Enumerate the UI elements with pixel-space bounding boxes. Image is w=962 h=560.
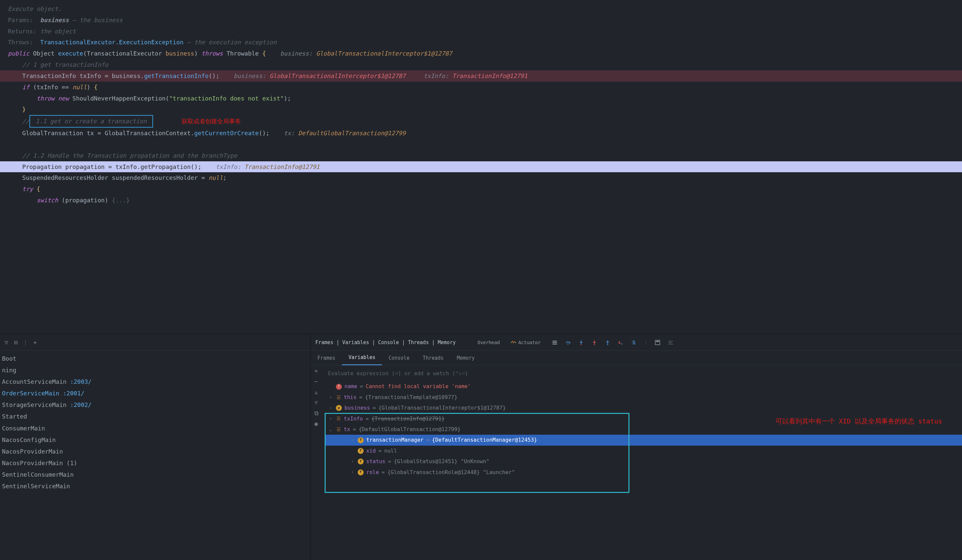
svg-rect-9 <box>621 344 623 344</box>
down-icon[interactable]: ▼ <box>315 399 321 406</box>
svg-rect-15 <box>668 342 671 343</box>
gtx-line: GlobalTransaction tx = GlobalTransaction… <box>0 127 962 139</box>
fold-region[interactable]: {...} <box>112 197 129 203</box>
add-watch-icon[interactable]: + <box>315 367 321 374</box>
up-icon[interactable]: ▲ <box>315 389 321 395</box>
debug-right-panel: Frames | Variables | Console | Threads |… <box>311 334 962 560</box>
svg-rect-5 <box>568 344 568 344</box>
subtab-console[interactable]: Console <box>382 351 416 365</box>
svg-rect-10 <box>633 344 636 344</box>
svg-rect-16 <box>668 344 673 344</box>
try-line: try { <box>0 184 962 195</box>
svg-rect-3 <box>553 342 557 343</box>
variable-row[interactable]: ›f transactionManager = {DefaultTransact… <box>324 435 962 445</box>
code-editor[interactable]: Execute object. Params: business – the b… <box>0 0 962 334</box>
blue-highlight-box: 1.1 get or create a transaction <box>29 115 153 127</box>
svg-rect-12 <box>655 340 660 345</box>
actuator-icon <box>510 339 517 345</box>
force-step-into-icon[interactable] <box>591 339 597 345</box>
run-to-cursor-icon[interactable]: I <box>631 339 637 345</box>
subtab-variables[interactable]: Variables <box>342 351 382 365</box>
svg-rect-4 <box>553 344 557 344</box>
evaluate-icon[interactable] <box>655 339 660 345</box>
service-item[interactable]: NacosProviderMain (1) <box>0 457 310 469</box>
breakpoint-line[interactable]: TransactionInfo txInfo = business.getTra… <box>0 70 962 82</box>
subtab-memory[interactable]: Memory <box>450 351 481 365</box>
eye-icon[interactable]: ◉ <box>315 420 321 427</box>
service-item[interactable]: StorageServiceMain :2002/ <box>0 399 310 411</box>
doc-summary: Execute object. <box>0 3 962 15</box>
svg-rect-6 <box>581 344 582 345</box>
divider: | <box>24 339 27 346</box>
divider: | <box>644 340 647 345</box>
svg-rect-13 <box>656 341 659 342</box>
throw-line: throw new ShouldNeverHappenException("tr… <box>0 93 962 104</box>
doc-throws: Throws: TransactionalExecutor.ExecutionE… <box>0 37 962 48</box>
doc-returns: Returns: the object <box>0 26 962 37</box>
variables-body: + − ▲ ▼ ⧉ ◉ Evaluate expression (⏎) or a… <box>311 365 962 560</box>
switch-line: switch (propagation) {...} <box>0 195 962 206</box>
subtab-threads[interactable]: Threads <box>416 351 450 365</box>
comment-line: // 1 get transactionInfo <box>0 59 962 70</box>
subtab-frames[interactable]: Frames <box>311 351 342 365</box>
comment-box-line: // 1.1 get or create a transaction 获取或者创… <box>0 115 962 127</box>
remove-watch-icon[interactable]: − <box>315 378 321 384</box>
variable-row[interactable]: ! name = Cannot find local variable 'nam… <box>324 381 962 392</box>
service-item[interactable]: OrderServiceMain :2001/ <box>0 387 310 399</box>
srh-line: SuspendedResourcesHolder suspendedResour… <box>0 172 962 184</box>
svg-point-0 <box>511 342 512 343</box>
execution-line[interactable]: Propagation propagation = txInfo.getProp… <box>0 161 962 173</box>
step-over-icon[interactable] <box>565 339 571 345</box>
debug-panel: ▽ ⊡ | + BootningAccountServiceMain :2003… <box>0 334 962 560</box>
service-item[interactable]: SentinelConsumerMain <box>0 469 310 480</box>
tab-combo[interactable]: Frames | Variables | Console | Threads |… <box>313 339 458 345</box>
filter-icon[interactable]: ▽ <box>5 339 8 346</box>
variable-row[interactable]: f xid = null <box>324 445 962 456</box>
toolbar-icons: I | <box>552 339 673 345</box>
variables-gutter: + − ▲ ▼ ⧉ ◉ <box>311 365 324 560</box>
method-signature: public Object execute(TransactionalExecu… <box>0 48 962 59</box>
add-icon[interactable]: + <box>33 339 37 346</box>
copy-icon[interactable]: ⧉ <box>315 410 321 416</box>
expand-icon[interactable]: ⊡ <box>14 339 18 346</box>
close-brace: } <box>0 104 962 115</box>
variables-content[interactable]: Evaluate expression (⏎) or add a watch (… <box>324 365 962 560</box>
trace-icon[interactable] <box>668 339 674 345</box>
svg-point-1 <box>515 342 516 343</box>
tab-overhead[interactable]: Overhead <box>473 340 504 345</box>
services-panel: ▽ ⊡ | + BootningAccountServiceMain :2003… <box>0 334 311 560</box>
blank-line <box>0 139 962 150</box>
variable-row[interactable]: ›p business = {GlobalTransactionalInterc… <box>324 403 962 413</box>
layout-icon[interactable] <box>552 339 558 345</box>
doc-params: Params: business – the business <box>0 15 962 26</box>
service-item[interactable]: ning <box>0 364 310 376</box>
service-item[interactable]: SentinelServiceMain <box>0 480 310 492</box>
svg-rect-2 <box>553 341 557 341</box>
services-toolbar: ▽ ⊡ | + <box>0 334 310 351</box>
if-line: if (txInfo == null) { <box>0 82 962 93</box>
svg-rect-7 <box>594 344 595 345</box>
drop-frame-icon[interactable] <box>618 339 624 345</box>
variable-row[interactable]: ›f role = {GlobalTransactionRole@12448} … <box>324 467 962 478</box>
red-annotation-right: 可以看到其中有一个 XID 以及全局事务的状态 status <box>776 415 943 428</box>
variable-row[interactable]: ›f status = {GlobalStatus@12451} "UnKnow… <box>324 456 962 467</box>
step-into-icon[interactable] <box>578 339 584 345</box>
evaluate-input[interactable]: Evaluate expression (⏎) or add a watch (… <box>324 367 962 381</box>
service-item[interactable]: AccountServiceMain :2003/ <box>0 376 310 387</box>
debug-subtabs: Frames Variables Console Threads Memory <box>311 351 962 365</box>
service-item[interactable]: NacosProviderMain <box>0 445 310 457</box>
comment-12: // 1.2 Handle the Transaction propatatio… <box>0 150 962 161</box>
debug-tabs-upper: Frames | Variables | Console | Threads |… <box>311 334 962 351</box>
variable-row[interactable]: ›☰ this = {TransactionalTemplate@10977} <box>324 392 962 403</box>
services-list[interactable]: BootningAccountServiceMain :2003/OrderSe… <box>0 351 310 494</box>
tab-actuator[interactable]: Actuator <box>507 339 544 345</box>
svg-rect-14 <box>668 341 673 341</box>
service-item[interactable]: ConsumerMain <box>0 423 310 434</box>
service-item[interactable]: Boot <box>0 353 310 364</box>
step-out-icon[interactable] <box>605 339 610 345</box>
svg-text:I: I <box>632 339 633 342</box>
red-annotation: 获取或者创建全局事务 <box>181 118 241 124</box>
service-item[interactable]: NacosConfigMain <box>0 434 310 445</box>
svg-rect-8 <box>607 344 608 345</box>
service-item[interactable]: Started <box>0 411 310 422</box>
